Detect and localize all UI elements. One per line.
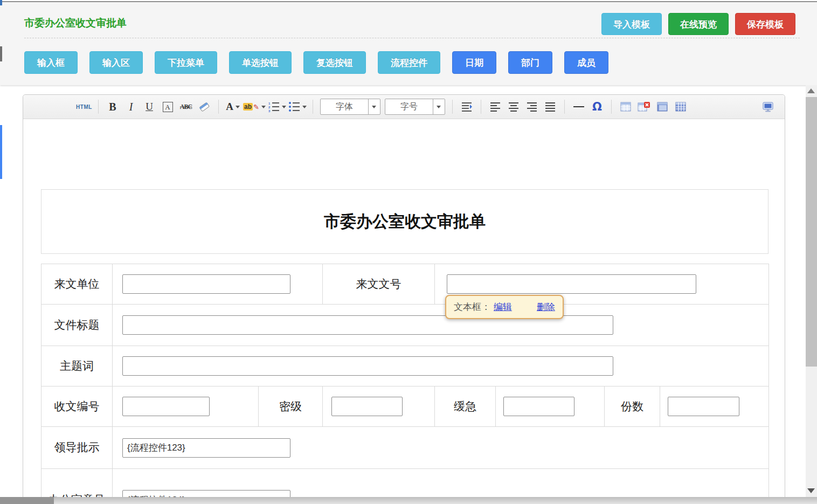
source-unit-input[interactable] bbox=[122, 274, 290, 294]
template-editor-page: 市委办公室收文审批单 导入模板 在线预览 保存模板 输入框 输入区 下拉菜单 单… bbox=[0, 0, 817, 504]
editor-document[interactable]: 市委办公室收文审批单 来文单位 来文文号 文件标题 主 bbox=[23, 119, 785, 504]
font-color-icon[interactable]: A bbox=[225, 99, 241, 115]
field-label-receipt-no: 收文编号 bbox=[41, 386, 113, 427]
boxed-a-icon[interactable]: A bbox=[160, 99, 176, 115]
special-character-icon[interactable]: Ω bbox=[589, 99, 605, 115]
table-grid-icon[interactable] bbox=[673, 99, 689, 115]
keywords-input[interactable] bbox=[122, 356, 613, 376]
import-template-button[interactable]: 导入模板 bbox=[601, 13, 662, 35]
strikethrough-icon[interactable]: ABC bbox=[178, 99, 194, 115]
eraser-icon[interactable] bbox=[196, 99, 212, 115]
field-label-source-unit: 来文单位 bbox=[41, 264, 113, 305]
radio-button-button[interactable]: 单选按钮 bbox=[229, 51, 292, 74]
header: 市委办公室收文审批单 导入模板 在线预览 保存模板 输入框 输入区 下拉菜单 单… bbox=[0, 2, 817, 85]
department-button[interactable]: 部门 bbox=[508, 51, 552, 74]
widget-button-row: 输入框 输入区 下拉菜单 单选按钮 复选按钮 流程控件 日期 部门 成员 bbox=[24, 51, 608, 74]
urgency-input[interactable] bbox=[503, 397, 574, 416]
tooltip-label: 文本框： bbox=[454, 302, 490, 312]
delete-table-icon[interactable] bbox=[636, 99, 652, 115]
font-family-select[interactable]: 字体 bbox=[320, 99, 380, 115]
scroll-down-icon[interactable] bbox=[807, 488, 815, 493]
left-edge-segment bbox=[0, 125, 2, 179]
save-template-button[interactable]: 保存模板 bbox=[735, 13, 795, 35]
window-left-edge bbox=[0, 0, 2, 183]
indent-icon[interactable] bbox=[459, 99, 475, 115]
svg-text:1: 1 bbox=[268, 102, 271, 105]
rich-text-editor: HTML B I U A ABC A ab✎ bbox=[23, 94, 785, 504]
field-label-leader-remarks: 领导批示 bbox=[41, 427, 113, 469]
ordered-list-icon[interactable]: 1 2 3 bbox=[268, 99, 286, 115]
input-box-button[interactable]: 输入框 bbox=[24, 51, 78, 74]
chevron-down-icon bbox=[433, 99, 445, 114]
input-area-button[interactable]: 输入区 bbox=[89, 51, 143, 74]
align-justify-icon[interactable] bbox=[542, 99, 558, 115]
dropdown-menu-button[interactable]: 下拉菜单 bbox=[155, 51, 217, 74]
edit-link[interactable]: 编辑 bbox=[494, 302, 512, 312]
document-title: 市委办公室收文审批单 bbox=[324, 211, 486, 233]
flow-control-button[interactable]: 流程控件 bbox=[378, 51, 440, 74]
unordered-list-icon[interactable] bbox=[288, 99, 307, 115]
chevron-down-icon bbox=[368, 99, 380, 114]
field-label-secrecy: 密级 bbox=[259, 386, 323, 427]
bold-icon[interactable]: B bbox=[105, 99, 121, 115]
field-label-urgency: 缓急 bbox=[435, 386, 496, 427]
svg-text:3: 3 bbox=[268, 109, 271, 112]
window-bottom-edge bbox=[0, 497, 817, 504]
table-row: 收文编号 密级 缓急 份数 bbox=[41, 386, 769, 427]
table-row: 来文单位 来文文号 bbox=[41, 264, 769, 305]
doc-number-input[interactable] bbox=[447, 274, 696, 294]
horizontal-rule-icon[interactable] bbox=[571, 99, 587, 115]
field-label-doc-number: 来文文号 bbox=[323, 264, 435, 305]
field-label-keywords: 主题词 bbox=[41, 346, 113, 386]
receipt-no-input[interactable] bbox=[122, 397, 210, 416]
left-edge-segment bbox=[0, 0, 2, 5]
scrollbar-thumb[interactable] bbox=[806, 97, 817, 367]
table-cell-merge-icon[interactable] bbox=[654, 99, 670, 115]
svg-text:2: 2 bbox=[268, 106, 271, 109]
template-actions: 导入模板 在线预览 保存模板 bbox=[601, 13, 795, 35]
insert-table-icon[interactable] bbox=[618, 99, 634, 115]
online-preview-button[interactable]: 在线预览 bbox=[668, 13, 729, 35]
editor-toolbar: HTML B I U A ABC A ab✎ bbox=[23, 95, 785, 119]
scroll-up-icon[interactable] bbox=[807, 88, 815, 93]
align-left-icon[interactable] bbox=[487, 99, 503, 115]
table-row: 文件标题 bbox=[41, 305, 769, 346]
window-top-edge bbox=[0, 1, 817, 2]
table-row: 主题词 bbox=[41, 346, 769, 386]
highlight-color-icon[interactable]: ab✎ bbox=[243, 99, 266, 115]
left-edge-segment bbox=[0, 46, 2, 61]
checkbox-button[interactable]: 复选按钮 bbox=[303, 51, 366, 74]
secrecy-input[interactable] bbox=[331, 397, 403, 416]
fullscreen-icon[interactable] bbox=[760, 99, 776, 115]
date-button[interactable]: 日期 bbox=[452, 51, 496, 74]
bottom-edge-segment bbox=[0, 497, 54, 504]
field-label-doc-title: 文件标题 bbox=[41, 305, 113, 346]
textbox-context-tooltip: 文本框：编辑删除 bbox=[445, 295, 564, 319]
field-label-copies: 份数 bbox=[605, 386, 660, 427]
italic-icon[interactable]: I bbox=[123, 99, 139, 115]
html-source-icon[interactable]: HTML bbox=[76, 99, 92, 115]
approval-form-table: 来文单位 来文文号 文件标题 主题词 收文编号 密级 bbox=[41, 264, 769, 504]
leader-remarks-input[interactable] bbox=[122, 438, 290, 458]
member-button[interactable]: 成员 bbox=[564, 51, 608, 74]
document-title-box: 市委办公室收文审批单 bbox=[41, 189, 768, 254]
header-divider bbox=[24, 38, 800, 38]
vertical-scrollbar[interactable] bbox=[806, 85, 817, 497]
delete-link[interactable]: 删除 bbox=[537, 302, 555, 312]
font-size-select[interactable]: 字号 bbox=[385, 99, 445, 115]
copies-input[interactable] bbox=[668, 397, 739, 416]
align-right-icon[interactable] bbox=[524, 99, 540, 115]
page-title: 市委办公室收文审批单 bbox=[24, 16, 127, 30]
table-row: 领导批示 bbox=[41, 427, 769, 469]
align-center-icon[interactable] bbox=[506, 99, 522, 115]
underline-icon[interactable]: U bbox=[141, 99, 157, 115]
